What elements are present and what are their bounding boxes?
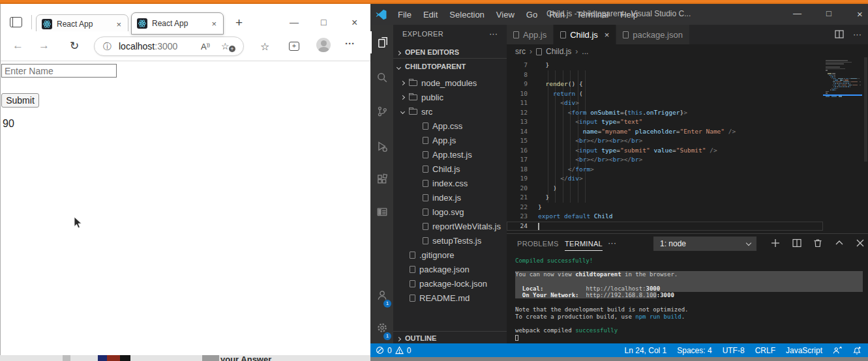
source-control-icon[interactable]: [370, 100, 393, 123]
search-icon[interactable]: [370, 66, 393, 89]
browser-minimize-button[interactable]: —: [290, 17, 299, 27]
read-aloud-icon[interactable]: A)): [201, 42, 210, 51]
code-line-14[interactable]: 14 name="myname" placeholder="Enter Name…: [507, 127, 868, 137]
panel-more-icon[interactable]: ···: [608, 238, 616, 248]
close-panel-icon[interactable]: [856, 238, 865, 248]
notifications-bell-icon[interactable]: [852, 346, 861, 355]
code-line-12[interactable]: 12 <form onSubmit={this.onTrigger}>: [507, 108, 868, 118]
preview-window-icon[interactable]: [370, 201, 393, 223]
code-line-15[interactable]: 15 <br></br><br></br>: [507, 136, 868, 146]
root-folder-section[interactable]: CHILDTOPARENT: [393, 60, 507, 73]
terminal-shell-dropdown[interactable]: 1: node: [653, 237, 756, 251]
menu-go[interactable]: Go: [526, 10, 537, 20]
explorer-item-index-js[interactable]: index.js: [393, 190, 507, 205]
explorer-item-app-js[interactable]: App.js: [393, 133, 507, 147]
browser-close-button[interactable]: ×: [352, 17, 357, 29]
settings-gear-icon[interactable]: 1: [370, 317, 393, 339]
language-status[interactable]: JavaScript: [786, 346, 822, 355]
code-line-21[interactable]: 21 }: [507, 193, 868, 203]
vscode-maximize-button[interactable]: □: [826, 8, 831, 18]
problems-status[interactable]: 0 0: [370, 346, 411, 355]
code-line-24[interactable]: 24: [507, 222, 823, 231]
explorer-item-setuptests-js[interactable]: setupTests.js: [393, 233, 507, 248]
cursor-position-status[interactable]: Ln 24, Col 1: [625, 346, 667, 355]
extensions-icon[interactable]: [370, 168, 393, 190]
editor-more-icon[interactable]: ···: [853, 29, 861, 39]
editor-tab-child-js[interactable]: Child.js×: [554, 25, 616, 44]
menu-selection[interactable]: Selection: [449, 10, 484, 20]
eol-status[interactable]: CRLF: [755, 346, 775, 355]
feedback-icon[interactable]: [833, 346, 842, 354]
code-line-18[interactable]: 18 </form>: [507, 165, 868, 175]
editor-scrollbar[interactable]: [863, 57, 868, 233]
menu-file[interactable]: File: [398, 10, 412, 20]
name-input[interactable]: [1, 64, 117, 78]
code-line-23[interactable]: 23export default Child: [507, 212, 868, 222]
minimap[interactable]: [823, 57, 862, 233]
code-line-20[interactable]: 20 ): [507, 184, 868, 194]
accounts-icon[interactable]: 1: [370, 284, 393, 306]
submit-button[interactable]: Submit: [1, 93, 39, 108]
code-line-9[interactable]: 9 render() {: [507, 79, 868, 89]
profile-avatar[interactable]: [316, 38, 331, 52]
explorer-item-logo-svg[interactable]: logo.svg: [393, 205, 507, 219]
code-line-19[interactable]: 19 </div>: [507, 174, 868, 184]
split-terminal-icon[interactable]: [792, 238, 801, 248]
favorites-hub-icon[interactable]: ☆: [260, 40, 269, 53]
tab-close-icon[interactable]: ×: [115, 20, 123, 29]
code-line-8[interactable]: 8: [507, 70, 868, 80]
code-line-16[interactable]: 16 <input type="submit" value="Submit" /…: [507, 146, 868, 156]
add-favorite-star-icon[interactable]: ☆: [221, 41, 230, 51]
run-debug-icon[interactable]: [370, 136, 393, 158]
explorer-item--gitignore[interactable]: .gitignore: [393, 248, 507, 262]
tab-close-icon[interactable]: ×: [210, 19, 218, 29]
browser-maximize-button[interactable]: □: [321, 17, 326, 27]
terminal-output[interactable]: Compiled successfully!You can now view c…: [515, 257, 863, 341]
encoding-status[interactable]: UTF-8: [723, 346, 745, 355]
editor-tab-app-js[interactable]: App.js: [507, 25, 554, 44]
explorer-item-public[interactable]: public: [393, 90, 507, 104]
browser-menu-dots-icon[interactable]: ···: [345, 38, 355, 49]
editor-tab-package-json[interactable]: package.json: [616, 25, 690, 44]
breadcrumb-item[interactable]: ...: [582, 47, 588, 56]
explorer-item-src[interactable]: src: [393, 104, 507, 119]
refresh-icon[interactable]: ↻: [70, 39, 79, 53]
breadcrumb[interactable]: src › Child.js › ...: [515, 46, 588, 57]
breadcrumb-item[interactable]: src: [515, 47, 526, 56]
site-info-icon[interactable]: ⓘ: [103, 41, 112, 53]
code-line-22[interactable]: 22}: [507, 203, 868, 212]
vscode-minimize-button[interactable]: —: [793, 8, 801, 18]
code-line-10[interactable]: 10 return (: [507, 89, 868, 99]
back-icon[interactable]: ←: [12, 39, 23, 52]
menu-view[interactable]: View: [496, 10, 515, 20]
code-editor[interactable]: 7 }89 render() {10 return (11 <div>12 <f…: [507, 57, 868, 233]
explorer-item-node-modules[interactable]: node_modules: [393, 76, 507, 90]
new-terminal-icon[interactable]: [771, 238, 780, 248]
new-tab-button[interactable]: +: [235, 17, 243, 29]
forward-icon[interactable]: →: [38, 39, 50, 52]
tab-actions-icon[interactable]: [10, 17, 22, 27]
explorer-more-icon[interactable]: ···: [489, 29, 498, 38]
explorer-icon[interactable]: [370, 31, 393, 53]
tab-close-icon[interactable]: ×: [605, 30, 610, 40]
kill-terminal-trash-icon[interactable]: [813, 238, 822, 248]
code-line-13[interactable]: 13 <input type="text": [507, 117, 868, 127]
breadcrumb-item[interactable]: Child.js: [546, 47, 571, 56]
explorer-item-child-js[interactable]: Child.js: [393, 162, 507, 176]
code-line-11[interactable]: 11 <div>: [507, 98, 868, 108]
tab-problems[interactable]: PROBLEMS: [517, 240, 559, 248]
explorer-item-package-lock-json[interactable]: package-lock.json: [393, 276, 507, 291]
split-editor-icon[interactable]: [835, 30, 844, 38]
code-line-17[interactable]: 17 <br></br><br></br>: [507, 155, 868, 165]
open-editors-section[interactable]: OPEN EDITORS: [393, 46, 507, 59]
maximize-panel-icon[interactable]: [835, 238, 844, 248]
explorer-item-app-css[interactable]: App.css: [393, 119, 507, 133]
browser-tab-react-app-2[interactable]: React App ×: [131, 12, 224, 35]
indentation-status[interactable]: Spaces: 4: [677, 346, 711, 355]
explorer-item-package-json[interactable]: package.json: [393, 262, 507, 276]
menu-edit[interactable]: Edit: [423, 10, 438, 20]
outline-section[interactable]: OUTLINE: [393, 331, 507, 344]
explorer-item-reportwebvitals-js[interactable]: reportWebVitals.js: [393, 219, 507, 233]
explorer-item-app-test-js[interactable]: App.test.js: [393, 147, 507, 162]
address-bar[interactable]: ⓘ localhost:3000 A)) ☆ +: [94, 36, 244, 56]
